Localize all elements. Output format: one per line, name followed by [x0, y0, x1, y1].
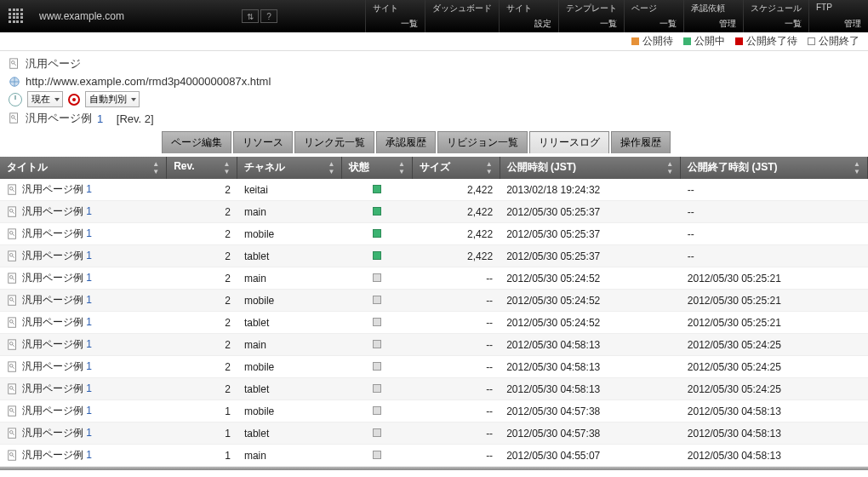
status-square-icon [735, 37, 743, 45]
table-row[interactable]: 汎用ページ例 11main--2012/05/30 04:55:072012/0… [0, 445, 868, 467]
table-row[interactable]: 汎用ページ例 12tablet2,4222012/05/30 05:25:37-… [0, 245, 868, 267]
topbar-tool-icons: ⇅ ? [237, 0, 283, 32]
title-num[interactable]: 1 [86, 316, 92, 328]
status-icon [373, 451, 381, 459]
cell-title: 汎用ページ例 1 [0, 245, 167, 267]
cell-end: -- [681, 201, 868, 223]
cell-size: -- [412, 400, 500, 422]
status-icon [373, 406, 381, 415]
cell-size: 2,422 [412, 179, 500, 201]
status-icon [373, 318, 381, 326]
topbar-menu-0[interactable]: サイト一覧 [365, 0, 425, 32]
table-row[interactable]: 汎用ページ例 12main--2012/05/30 05:24:522012/0… [0, 267, 868, 290]
topbar-menu-3[interactable]: テンプレート一覧 [558, 0, 624, 32]
cell-pub: 2012/05/30 05:24:52 [500, 267, 681, 290]
title-num[interactable]: 1 [86, 382, 92, 394]
cell-size: -- [412, 267, 500, 290]
status-square-icon [683, 37, 691, 45]
cell-status [342, 445, 412, 467]
app-logo[interactable] [0, 0, 32, 32]
time-select[interactable]: 現在 [27, 91, 63, 107]
clock-icon [9, 93, 22, 106]
grid-icon [9, 9, 24, 24]
topbar-menu-6[interactable]: スケジュール一覧 [743, 0, 808, 32]
status-icon [373, 340, 381, 348]
page-icon [7, 250, 19, 262]
topbar-menu-5[interactable]: 承認依頼管理 [683, 0, 743, 32]
title-num[interactable]: 1 [86, 183, 92, 195]
page-url[interactable]: http://www.example.com/rmd3p4000000087x.… [26, 75, 271, 88]
cell-title: 汎用ページ例 1 [0, 201, 167, 223]
page-icon [7, 295, 19, 307]
tab-操作履歴[interactable]: 操作履歴 [611, 131, 671, 153]
title-num[interactable]: 1 [86, 427, 92, 439]
title-num[interactable]: 1 [86, 360, 92, 372]
table-row[interactable]: 汎用ページ例 12tablet--2012/05/30 05:24:522012… [0, 312, 868, 334]
cell-channel: mobile [237, 290, 342, 312]
cell-status [342, 290, 412, 312]
topbar-menu-2[interactable]: サイト設定 [499, 0, 558, 32]
table-row[interactable]: 汎用ページ例 12keitai2,4222013/02/18 19:24:32-… [0, 179, 868, 201]
table-row[interactable]: 汎用ページ例 12mobile2,4222012/05/30 05:25:37-… [0, 223, 868, 245]
sort-icon: ▲▼ [854, 160, 860, 175]
col-6[interactable]: 公開終了時刻 (JST)▲▼ [681, 157, 868, 179]
status-square-icon [631, 37, 639, 45]
table-row[interactable]: 汎用ページ例 12main2,4222012/05/30 05:25:37-- [0, 201, 868, 223]
table-row[interactable]: 汎用ページ例 11tablet--2012/05/30 04:57:382012… [0, 422, 868, 445]
site-domain[interactable]: www.example.com [32, 0, 237, 32]
title-num[interactable]: 1 [86, 272, 92, 284]
toggle-icon[interactable]: ⇅ [242, 9, 259, 23]
title-num[interactable]: 1 [86, 294, 92, 306]
table-row[interactable]: 汎用ページ例 12tablet--2012/05/30 04:58:132012… [0, 378, 868, 400]
menu-title: FTP [816, 3, 861, 12]
cell-size: 2,422 [412, 223, 500, 245]
page-title-num[interactable]: 1 [97, 112, 103, 125]
cell-rev: 1 [167, 422, 237, 445]
tab-ページ編集[interactable]: ページ編集 [162, 131, 231, 153]
sort-icon: ▲▼ [486, 160, 493, 175]
table-row[interactable]: 汎用ページ例 11mobile--2012/05/30 04:57:382012… [0, 400, 868, 422]
tab-リビジョン一覧[interactable]: リビジョン一覧 [437, 131, 528, 153]
title-num[interactable]: 1 [86, 405, 92, 417]
col-3[interactable]: 状態▲▼ [342, 157, 412, 179]
cell-end: 2012/05/30 04:58:13 [681, 445, 868, 467]
title-num[interactable]: 1 [86, 227, 92, 239]
cell-channel: mobile [237, 356, 342, 378]
detect-select[interactable]: 自動判別 [85, 91, 140, 107]
table-row[interactable]: 汎用ページ例 12main--2012/05/30 04:58:132012/0… [0, 334, 868, 356]
title-num[interactable]: 1 [86, 449, 92, 461]
page-icon [7, 317, 19, 329]
status-icon [373, 296, 381, 304]
title-num[interactable]: 1 [86, 250, 92, 261]
col-0[interactable]: タイトル▲▼ [0, 157, 167, 179]
help-icon[interactable]: ? [260, 9, 277, 23]
cell-pub: 2012/05/30 05:24:52 [500, 312, 681, 334]
topbar-menu-7[interactable]: FTP管理 [808, 0, 868, 32]
record-icon[interactable] [68, 94, 80, 106]
title-num[interactable]: 1 [86, 205, 92, 217]
cell-status [342, 356, 412, 378]
col-2[interactable]: チャネル▲▼ [237, 157, 342, 179]
topbar-menu-1[interactable]: ダッシュボード [425, 0, 499, 32]
rev-label: [Rev. 2] [117, 112, 154, 125]
tab-承認履歴[interactable]: 承認履歴 [376, 131, 436, 153]
col-4[interactable]: サイズ▲▼ [412, 157, 500, 179]
menu-title: サイト [506, 3, 551, 14]
table-row[interactable]: 汎用ページ例 12mobile--2012/05/30 05:24:522012… [0, 290, 868, 312]
cell-status [342, 334, 412, 356]
cell-size: -- [412, 334, 500, 356]
col-1[interactable]: Rev.▲▼ [167, 157, 237, 179]
tab-リソース[interactable]: リソース [233, 131, 293, 153]
cell-rev: 2 [167, 312, 237, 334]
topbar-menu-4[interactable]: ページ一覧 [624, 0, 683, 32]
legend-item: 公開中 [683, 34, 725, 49]
legend-label: 公開終了 [819, 34, 859, 49]
title-num[interactable]: 1 [86, 338, 92, 350]
cell-rev: 2 [167, 245, 237, 267]
table-row[interactable]: 汎用ページ例 12mobile--2012/05/30 04:58:132012… [0, 356, 868, 378]
col-5[interactable]: 公開時刻 (JST)▲▼ [500, 157, 681, 179]
menu-sub: 一覧 [373, 18, 418, 32]
tab-リリースログ[interactable]: リリースログ [529, 131, 609, 153]
tab-リンク元一覧[interactable]: リンク元一覧 [294, 131, 374, 153]
status-icon [373, 229, 381, 238]
